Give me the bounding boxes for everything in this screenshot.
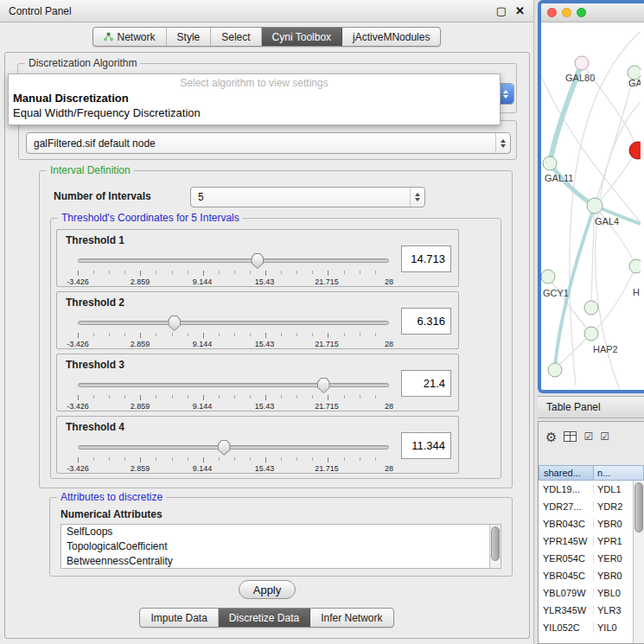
threshold-slider[interactable]: -3.4262.8599.14415.4321.71528 [78,252,389,287]
minimize-traffic-light-button[interactable] [562,8,571,17]
popup-option-manual-discretization[interactable]: Manual Discretization [9,91,500,105]
network-canvas[interactable]: GAL80 GA GAL11 GAL4 GCY1 H HAP2 [541,22,644,390]
cyni-toolbox-panel: Discretization Algorithm Select algorith… [4,52,530,639]
tick-label: 28 [385,340,393,348]
columns-icon[interactable] [564,431,577,442]
tab-style[interactable]: Style [167,28,212,46]
numerical-attributes-list[interactable]: SelfLoopsTopologicalCoefficientBetweenne… [61,524,501,569]
threshold-panel: Threshold 2 -3.4262.8599.14415.4321.7152… [56,291,459,349]
scrollbar[interactable] [633,481,644,643]
cell-shared-name[interactable]: YBR043C [539,519,594,529]
table-row[interactable]: YLR345W YLR3 [539,602,644,619]
table-row[interactable]: YER054C YER0 [539,550,644,567]
tab-network[interactable]: Network [93,28,167,46]
close-traffic-light-button[interactable] [547,8,557,17]
slider-thumb[interactable] [317,378,330,393]
cell-shared-name[interactable]: YPR145W [539,536,594,546]
slider-track[interactable] [78,445,389,450]
column-header-name[interactable]: n... [594,465,644,481]
network-node-selected[interactable] [629,142,641,159]
thresholds-group-label: Threshold's Coordinates for 5 Intervals [58,212,243,224]
threshold-slider[interactable]: -3.4262.8599.14415.4321.71528 [78,315,389,349]
float-window-icon[interactable]: ▢ [496,4,507,17]
threshold-label: Threshold 3 [66,359,124,371]
top-tabs: NetworkStyleSelectCyni ToolboxjActiveMNo… [92,27,442,47]
network-node[interactable] [587,198,603,214]
scrollbar-thumb[interactable] [491,526,500,561]
tab-jactivemnodules[interactable]: jActiveMNodules [342,28,440,46]
close-icon[interactable]: ✕ [515,4,525,17]
network-node[interactable] [575,56,589,70]
threshold-value-field[interactable]: 14.713 [401,245,451,272]
threshold-label: Threshold 1 [66,234,124,246]
gear-icon[interactable]: ⚙ [545,430,557,443]
select-all-checkbox-icon[interactable]: ☑ [583,431,593,442]
cell-shared-name[interactable]: YIL052C [539,622,594,633]
cell-shared-name[interactable]: YER054C [539,553,594,564]
network-node[interactable] [548,363,562,377]
cell-shared-name[interactable]: YDL19... [539,484,594,494]
tab-label: Discretize Data [229,612,299,624]
select-none-checkbox-icon[interactable]: ☑ [600,431,609,442]
tab-infer-network[interactable]: Infer Network [310,609,392,627]
zoom-traffic-light-button[interactable] [577,8,586,17]
tab-impute-data[interactable]: Impute Data [140,609,218,627]
table-panel-titlebar: Table Panel [538,396,644,418]
network-icon [104,32,113,41]
bottom-tabs: Impute DataDiscretize DataInfer Network [139,608,393,628]
threshold-panels: Threshold 1 -3.4262.8599.14415.4321.7152… [51,229,501,474]
table-row[interactable]: YIL052C YIL0 [539,619,644,636]
tab-discretize-data[interactable]: Discretize Data [219,609,310,627]
threshold-value-field[interactable]: 11.344 [401,432,451,459]
threshold-panel: Threshold 1 -3.4262.8599.14415.4321.7152… [56,229,459,287]
threshold-slider[interactable]: -3.4262.8599.14415.4321.71528 [78,439,389,474]
table-row[interactable]: YBR045C YBR0 [539,567,644,584]
cell-shared-name[interactable]: YLR345W [539,605,594,615]
tab-label: Select [221,31,250,43]
node-label-clipped-h: H [633,287,640,297]
tab-select[interactable]: Select [211,28,261,46]
table-row[interactable]: YBR043C YBR0 [539,515,644,532]
network-node[interactable] [541,270,555,284]
number-of-intervals-combobox[interactable]: 5 [190,187,425,207]
popup-option-equal-width-frequency[interactable]: Equal Width/Frequency Discretization [9,105,500,120]
cell-shared-name[interactable]: YBL079W [539,588,594,598]
cell-shared-name[interactable]: YBR045C [539,571,594,581]
combo-arrows-icon[interactable] [410,188,424,207]
scrollbar[interactable] [489,525,501,568]
threshold-slider[interactable]: -3.4262.8599.14415.4321.71528 [78,377,389,411]
network-window-titlebar [541,3,644,22]
attribute-list-item[interactable]: TopologicalCoefficient [61,539,501,554]
tab-cyni-toolbox[interactable]: Cyni Toolbox [262,28,342,46]
scrollbar-thumb[interactable] [634,482,643,532]
slider-thumb[interactable] [168,316,181,331]
tick-label: 9.144 [193,277,213,286]
combo-arrows-icon[interactable] [495,133,510,153]
network-node[interactable] [584,327,598,341]
number-of-intervals-value: 5 [198,191,204,203]
cell-shared-name[interactable]: YDR27... [539,501,594,512]
threshold-value-field[interactable]: 21.4 [401,370,451,397]
slider-thumb[interactable] [218,440,231,456]
network-view-window: GAL80 GA GAL11 GAL4 GCY1 H HAP2 [538,0,644,393]
table-row[interactable]: YDL19... YDL1 [539,481,644,498]
column-header-shared-name[interactable]: shared... [539,465,594,481]
attribute-list-item[interactable]: BetweennessCentrality [61,554,501,569]
slider-ticks-icon [78,333,389,338]
slider-track[interactable] [78,383,389,387]
network-node[interactable] [629,259,641,273]
slider-track[interactable] [78,258,389,263]
apply-button[interactable]: Apply [239,580,296,599]
threshold-value-field[interactable]: 6.316 [401,308,451,335]
table-row[interactable]: YBL079W YBL0 [539,584,644,602]
table-data-combobox[interactable]: galFiltered.sif default node [26,132,511,154]
control-panel: Control Panel ▢ ✕ NetworkStyleSelectCyni… [0,0,534,644]
table-row[interactable]: YPR145W YPR1 [539,532,644,550]
tick-label: 28 [385,402,393,411]
network-node[interactable] [543,156,557,170]
slider-thumb[interactable] [251,253,264,269]
table-row[interactable]: YDR27... YDR2 [539,498,644,515]
slider-track[interactable] [78,321,389,325]
attribute-list-item[interactable]: SelfLoops [61,525,501,539]
network-node[interactable] [584,301,598,315]
